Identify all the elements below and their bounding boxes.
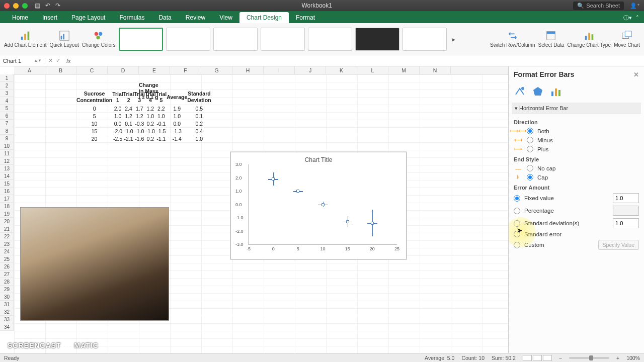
switch-row-column-button[interactable]: Switch Row/Column <box>490 25 535 54</box>
col-C[interactable]: C <box>76 66 108 74</box>
tab-chart-design[interactable]: Chart Design <box>239 12 289 23</box>
row-22[interactable]: 22 <box>0 233 14 240</box>
col-E[interactable]: E <box>139 66 170 74</box>
view-buttons[interactable] <box>523 355 552 361</box>
radio-cap[interactable] <box>527 174 533 180</box>
change-colors-button[interactable]: Change Colors <box>82 25 116 54</box>
col-H[interactable]: H <box>232 66 264 74</box>
row-29[interactable]: 29 <box>0 286 14 293</box>
tab-page-layout[interactable]: Page Layout <box>64 12 112 23</box>
redo-icon[interactable]: ↷ <box>55 2 60 9</box>
row-20[interactable]: 20 <box>0 218 14 225</box>
radio-percentage[interactable] <box>514 208 520 214</box>
radio-stddev[interactable] <box>514 220 520 227</box>
row-4[interactable]: 4 <box>0 97 14 105</box>
zoom-minus[interactable]: − <box>559 355 562 361</box>
row-24[interactable]: 24 <box>0 248 14 255</box>
tab-format[interactable]: Format <box>289 12 322 23</box>
tab-view[interactable]: View <box>212 12 239 23</box>
col-F[interactable]: F <box>170 66 201 74</box>
row-34[interactable]: 34 <box>0 323 14 331</box>
col-J[interactable]: J <box>295 66 326 74</box>
effects-icon[interactable] <box>532 85 544 98</box>
tab-home[interactable]: Home <box>5 12 35 23</box>
zoom-plus[interactable]: + <box>616 355 619 361</box>
zoom-percent[interactable]: 100% <box>626 355 640 361</box>
row-14[interactable]: 14 <box>0 172 14 180</box>
row-31[interactable]: 31 <box>0 301 14 308</box>
zoom-window-button[interactable] <box>22 3 28 9</box>
row-6[interactable]: 6 <box>0 112 14 120</box>
section-header[interactable]: ▾ Horizontal Error Bar <box>512 103 641 114</box>
fixed-value-input[interactable] <box>613 193 639 203</box>
chart-style-6[interactable] <box>355 28 399 51</box>
chart-style-3[interactable] <box>213 28 258 51</box>
radio-nocap[interactable] <box>527 165 533 171</box>
row-19[interactable]: 19 <box>0 210 14 218</box>
row-32[interactable]: 32 <box>0 308 14 316</box>
col-L[interactable]: L <box>357 66 388 74</box>
chart-style-2[interactable] <box>166 28 210 51</box>
radio-custom[interactable] <box>514 242 520 248</box>
col-K[interactable]: K <box>326 66 357 74</box>
row-3[interactable]: 3 <box>0 89 14 97</box>
specify-value-button[interactable]: Specify Value <box>598 240 639 250</box>
chart-style-5[interactable] <box>308 28 352 51</box>
tab-insert[interactable]: Insert <box>35 12 64 23</box>
embedded-chart[interactable]: Chart Title -3.0-2.0-1.00.01.02.03.0-505… <box>230 152 407 259</box>
radio-plus[interactable] <box>527 146 533 152</box>
stddev-input[interactable] <box>613 218 639 228</box>
col-I[interactable]: I <box>264 66 295 74</box>
row-12[interactable]: 12 <box>0 157 14 165</box>
name-box[interactable]: Chart 1▲▼ <box>0 58 45 64</box>
col-A[interactable]: A <box>14 66 45 74</box>
chart-style-7[interactable] <box>403 28 447 51</box>
share-icon[interactable]: 👤⁺ <box>630 3 640 9</box>
row-9[interactable]: 9 <box>0 135 14 142</box>
row-28[interactable]: 28 <box>0 278 14 286</box>
row-26[interactable]: 26 <box>0 263 14 270</box>
col-B[interactable]: B <box>45 66 76 74</box>
row-33[interactable]: 33 <box>0 316 14 323</box>
row-27[interactable]: 27 <box>0 270 14 278</box>
cancel-icon[interactable]: ✕ <box>48 57 53 64</box>
enter-icon[interactable]: ✓ <box>56 57 60 64</box>
row-11[interactable]: 11 <box>0 150 14 157</box>
row-8[interactable]: 8 <box>0 127 14 135</box>
save-icon[interactable]: ▤ <box>35 2 40 9</box>
col-D[interactable]: D <box>108 66 139 74</box>
row-25[interactable]: 25 <box>0 255 14 263</box>
chart-style-1[interactable] <box>119 28 163 51</box>
col-G[interactable]: G <box>201 66 232 74</box>
gallery-next-icon[interactable]: ▸ <box>450 35 457 43</box>
select-data-button[interactable]: Select Data <box>538 25 564 54</box>
collapse-ribbon-icon[interactable]: ˄ <box>636 15 639 21</box>
col-N[interactable]: N <box>420 66 451 74</box>
row-15[interactable]: 15 <box>0 180 14 188</box>
row-13[interactable]: 13 <box>0 165 14 172</box>
tab-data[interactable]: Data <box>151 12 178 23</box>
formula-input[interactable]: fx <box>63 58 644 64</box>
row-18[interactable]: 18 <box>0 203 14 210</box>
col-M[interactable]: M <box>388 66 420 74</box>
radio-minus[interactable] <box>527 137 533 143</box>
radio-fixed-value[interactable] <box>514 195 520 202</box>
row-1[interactable]: 1 <box>0 74 14 82</box>
bar-options-icon[interactable] <box>550 85 562 98</box>
row-16[interactable]: 16 <box>0 188 14 195</box>
row-17[interactable]: 17 <box>0 195 14 203</box>
worksheet[interactable]: ABCDEFGHIJKLMN 1234567891011121314151617… <box>0 66 508 353</box>
chart-style-4[interactable] <box>261 28 305 51</box>
close-window-button[interactable] <box>4 3 10 9</box>
tab-formulas[interactable]: Formulas <box>112 12 151 23</box>
row-23[interactable]: 23 <box>0 240 14 248</box>
row-21[interactable]: 21 <box>0 225 14 233</box>
row-30[interactable]: 30 <box>0 293 14 301</box>
chart-plot-area[interactable]: -3.0-2.0-1.00.01.02.03.0-50510152025 <box>248 164 397 245</box>
minimize-window-button[interactable] <box>13 3 19 9</box>
zoom-slider[interactable] <box>569 357 609 359</box>
fill-line-icon[interactable] <box>514 85 526 98</box>
quick-layout-button[interactable]: Quick Layout <box>50 25 79 54</box>
row-7[interactable]: 7 <box>0 120 14 127</box>
search-box[interactable]: 🔍 Search Sheet <box>573 2 624 10</box>
